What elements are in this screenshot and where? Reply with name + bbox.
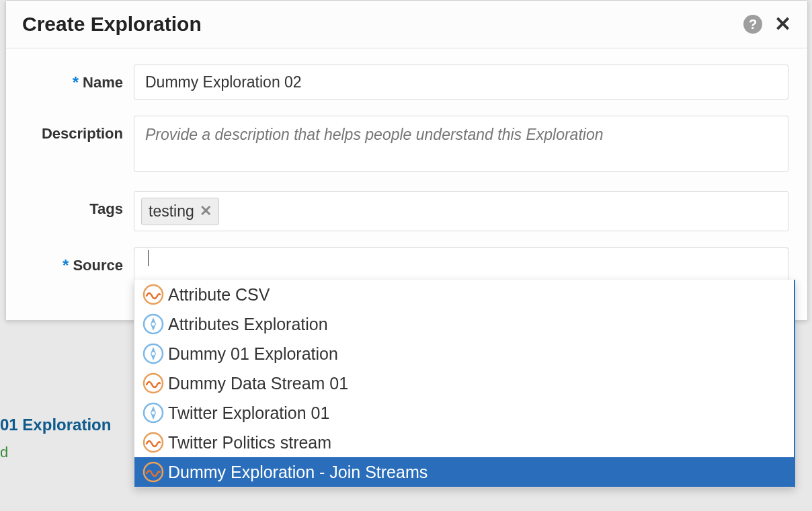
dialog-body: * Name Description Tags testing bbox=[6, 48, 807, 320]
create-exploration-dialog: Create Exploration ? ✕ * Name Descriptio… bbox=[5, 0, 808, 321]
stream-icon bbox=[143, 432, 164, 453]
description-input[interactable] bbox=[134, 116, 788, 172]
stream-icon bbox=[143, 372, 164, 394]
tags-label-wrap: Tags bbox=[25, 191, 134, 218]
source-option[interactable]: Attributes Exploration bbox=[134, 309, 794, 339]
source-option-label: Dummy Data Stream 01 bbox=[168, 374, 348, 393]
source-option-label: Twitter Exploration 01 bbox=[168, 403, 329, 423]
description-label: Description bbox=[42, 125, 123, 143]
description-row: Description bbox=[25, 116, 788, 175]
description-label-wrap: Description bbox=[25, 116, 134, 143]
source-row: * Source Attribute CSVAttributes Explora… bbox=[25, 247, 788, 280]
name-control bbox=[134, 65, 788, 100]
backdrop-title: 01 Exploration bbox=[0, 416, 111, 434]
description-control bbox=[134, 116, 788, 175]
source-label: Source bbox=[73, 257, 123, 274]
source-input[interactable] bbox=[134, 247, 788, 280]
source-option-label: Twitter Politics stream bbox=[168, 433, 331, 453]
required-star-icon: * bbox=[73, 79, 79, 87]
tags-row: Tags testing ✕ bbox=[25, 191, 788, 231]
source-option[interactable]: Attribute CSV bbox=[134, 280, 794, 309]
source-control: Attribute CSVAttributes ExplorationDummy… bbox=[134, 247, 788, 280]
svg-point-2 bbox=[152, 323, 155, 326]
svg-point-7 bbox=[152, 411, 155, 415]
text-cursor bbox=[148, 250, 149, 266]
name-label-wrap: * Name bbox=[25, 65, 134, 91]
tag-label: testing bbox=[149, 202, 194, 221]
tags-control: testing ✕ bbox=[134, 191, 788, 231]
source-option-label: Attributes Exploration bbox=[168, 315, 328, 334]
source-option[interactable]: Dummy Data Stream 01 bbox=[134, 368, 794, 398]
source-option[interactable]: Dummy 01 Exploration bbox=[134, 339, 794, 368]
source-option-label: Dummy 01 Exploration bbox=[168, 344, 338, 364]
help-icon[interactable]: ? bbox=[743, 15, 762, 34]
tag-remove-icon[interactable]: ✕ bbox=[200, 202, 212, 220]
source-dropdown: Attribute CSVAttributes ExplorationDummy… bbox=[134, 280, 795, 487]
dialog-title: Create Exploration bbox=[22, 13, 202, 36]
dialog-header-actions: ? ✕ bbox=[743, 14, 791, 34]
tags-input[interactable]: testing ✕ bbox=[134, 191, 788, 231]
exploration-icon bbox=[143, 313, 164, 335]
stream-icon bbox=[143, 284, 164, 305]
tag-chip: testing ✕ bbox=[141, 198, 219, 225]
source-option-label: Attribute CSV bbox=[168, 285, 270, 305]
source-option[interactable]: Twitter Exploration 01 bbox=[134, 398, 794, 428]
required-star-icon: * bbox=[63, 262, 69, 270]
source-option-label: Dummy Exploration - Join Streams bbox=[168, 463, 428, 482]
close-icon[interactable]: ✕ bbox=[774, 14, 791, 34]
svg-point-4 bbox=[152, 352, 155, 356]
source-label-wrap: * Source bbox=[25, 247, 134, 274]
source-option[interactable]: Dummy Exploration - Join Streams bbox=[134, 457, 794, 487]
tags-label: Tags bbox=[89, 200, 123, 218]
name-input[interactable] bbox=[134, 65, 788, 100]
source-option[interactable]: Twitter Politics stream bbox=[134, 428, 794, 457]
dialog-header: Create Exploration ? ✕ bbox=[6, 1, 807, 48]
backdrop-subtext: d bbox=[0, 444, 8, 461]
stream-icon bbox=[143, 461, 164, 483]
name-label: Name bbox=[83, 74, 123, 91]
exploration-icon bbox=[143, 402, 164, 424]
name-row: * Name bbox=[25, 65, 788, 100]
exploration-icon bbox=[143, 343, 164, 364]
